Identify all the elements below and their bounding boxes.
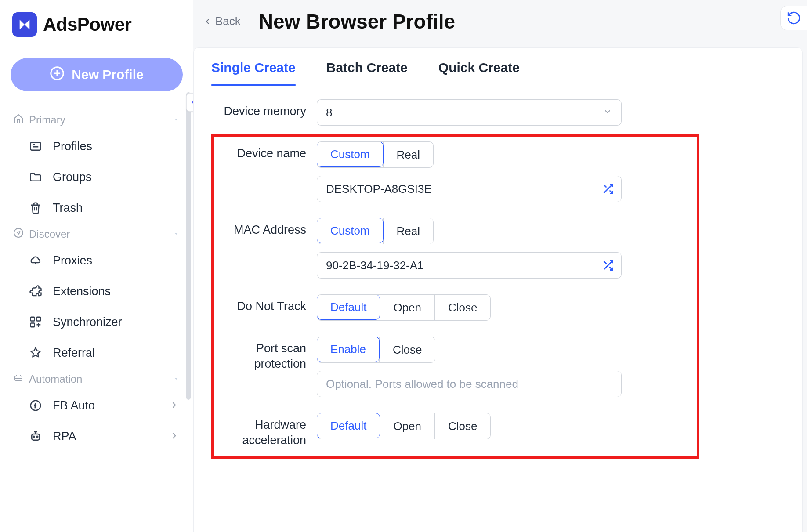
label-device-name: Device name — [211, 141, 317, 161]
mac-input[interactable] — [326, 259, 612, 272]
back-button[interactable]: Back — [204, 14, 241, 28]
dnt-open[interactable]: Open — [380, 295, 434, 320]
sidebar-item-label: Profiles — [53, 140, 92, 153]
header-divider — [250, 12, 250, 31]
tab-single-create[interactable]: Single Create — [211, 60, 296, 86]
sidebar-section-label: Discover — [29, 228, 70, 240]
sidebar-item-label: Extensions — [53, 285, 111, 298]
chevron-down-icon — [603, 106, 612, 119]
tab-quick-create[interactable]: Quick Create — [438, 60, 520, 86]
shuffle-icon — [602, 183, 614, 195]
content-card: Single Create Batch Create Quick Create … — [193, 47, 803, 532]
device-name-mode: Custom Real — [317, 141, 434, 168]
sidebar-item-label: Trash — [53, 201, 83, 215]
sidebar-item-trash[interactable]: Trash — [11, 192, 183, 223]
facebook-sync-icon — [28, 398, 43, 413]
star-icon — [28, 345, 43, 360]
label-mac-address: MAC Address — [211, 218, 317, 238]
home-icon — [13, 113, 24, 127]
row-port-scan: Port scan protection Enable Close — [211, 337, 785, 397]
sync-grid-icon — [28, 315, 43, 329]
chevron-right-icon — [170, 399, 178, 413]
plus-circle-icon — [50, 66, 65, 84]
row-hardware-accel: Hardware acceleration Default Open Close — [211, 413, 785, 448]
mac-mode-custom[interactable]: Custom — [317, 218, 384, 243]
sidebar-item-rpa[interactable]: RPA — [11, 421, 183, 452]
refresh-icon — [786, 11, 801, 25]
chevron-down-icon — [172, 114, 180, 126]
chevron-right-icon — [170, 430, 178, 443]
new-profile-label: New Profile — [72, 67, 143, 82]
sidebar-item-label: RPA — [53, 430, 76, 443]
hw-accel-mode: Default Open Close — [317, 413, 491, 439]
sidebar-section-automation[interactable]: Automation — [11, 368, 183, 390]
chevron-left-icon — [204, 18, 212, 25]
automation-icon — [13, 373, 24, 386]
sidebar-scrollbar[interactable] — [186, 92, 191, 400]
row-mac-address: MAC Address Custom Real — [211, 218, 785, 279]
svg-point-9 — [33, 436, 35, 438]
row-device-name: Device name Custom Real — [211, 141, 785, 202]
tab-batch-create[interactable]: Batch Create — [326, 60, 408, 86]
device-name-input[interactable] — [326, 182, 612, 196]
mac-mode-real[interactable]: Real — [383, 218, 433, 244]
mac-mode: Custom Real — [317, 218, 434, 244]
sidebar-item-proxies[interactable]: Proxies — [11, 245, 183, 276]
profiles-icon — [28, 139, 43, 154]
sidebar-item-label: Referral — [53, 346, 95, 360]
port-scan-close[interactable]: Close — [379, 337, 435, 362]
sidebar: AdsPower New Profile Primary Profiles Gr… — [0, 0, 193, 532]
sidebar-item-profiles[interactable]: Profiles — [11, 131, 183, 162]
device-name-shuffle-button[interactable] — [602, 183, 614, 195]
brand-logo-icon — [12, 12, 37, 37]
refresh-button[interactable] — [781, 6, 807, 30]
robot-icon — [28, 429, 43, 444]
svg-point-10 — [36, 436, 38, 438]
sidebar-item-groups[interactable]: Groups — [11, 162, 183, 192]
hw-accel-default[interactable]: Default — [317, 413, 380, 438]
header: Back New Browser Profile — [193, 0, 807, 43]
sidebar-section-discover[interactable]: Discover — [11, 223, 183, 245]
device-memory-select[interactable]: 8 — [317, 99, 622, 126]
sidebar-section-primary[interactable]: Primary — [11, 109, 183, 131]
compass-icon — [13, 228, 24, 241]
sidebar-item-label: Synchronizer — [53, 315, 122, 329]
svg-point-2 — [14, 228, 23, 237]
sidebar-item-referral[interactable]: Referral — [11, 337, 183, 368]
page-title: New Browser Profile — [259, 10, 455, 33]
device-name-input-wrap — [317, 176, 622, 202]
brand: AdsPower — [11, 12, 183, 37]
svg-rect-3 — [31, 317, 35, 321]
device-memory-value: 8 — [326, 106, 332, 119]
sidebar-item-synchronizer[interactable]: Synchronizer — [11, 307, 183, 337]
device-name-mode-custom[interactable]: Custom — [317, 141, 384, 167]
svg-rect-4 — [37, 317, 41, 321]
back-label: Back — [215, 14, 241, 28]
sidebar-item-extensions[interactable]: Extensions — [11, 276, 183, 307]
device-name-mode-real[interactable]: Real — [383, 142, 433, 167]
label-device-memory: Device memory — [211, 99, 317, 119]
port-scan-enable[interactable]: Enable — [317, 337, 380, 362]
puzzle-icon — [28, 284, 43, 299]
label-port-scan: Port scan protection — [211, 337, 317, 372]
main: Back New Browser Profile Single Create B… — [193, 0, 807, 532]
hw-accel-open[interactable]: Open — [380, 413, 434, 439]
new-profile-button[interactable]: New Profile — [11, 58, 183, 91]
port-scan-mode: Enable Close — [317, 337, 435, 363]
brand-name: AdsPower — [43, 14, 131, 35]
folder-icon — [28, 170, 43, 185]
trash-icon — [28, 200, 43, 215]
sidebar-item-fb-auto[interactable]: FB Auto — [11, 390, 183, 421]
mac-shuffle-button[interactable] — [602, 259, 614, 271]
chevron-down-icon — [172, 373, 180, 385]
hw-accel-close[interactable]: Close — [434, 413, 490, 439]
chevron-down-icon — [172, 228, 180, 240]
dnt-close[interactable]: Close — [434, 295, 490, 320]
port-scan-input[interactable] — [326, 377, 612, 391]
label-hardware-accel: Hardware acceleration — [211, 413, 317, 448]
dnt-default[interactable]: Default — [317, 294, 380, 320]
shuffle-icon — [602, 259, 614, 271]
row-device-memory: Device memory 8 — [211, 99, 785, 126]
label-do-not-track: Do Not Track — [211, 294, 317, 314]
tabs: Single Create Batch Create Quick Create — [194, 48, 802, 86]
